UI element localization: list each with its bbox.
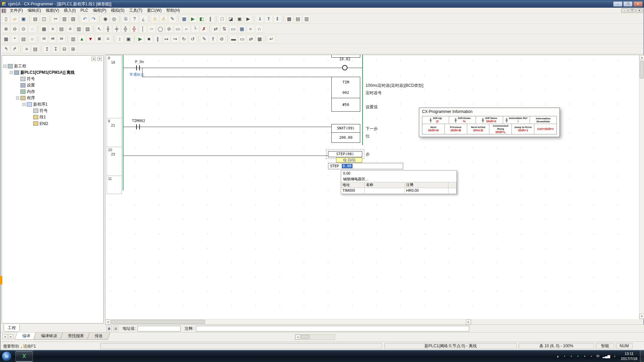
replace-button[interactable]: ◎ <box>110 15 118 23</box>
zoom-100-button[interactable]: ◌ <box>28 25 36 33</box>
tree-item-4[interactable]: 内存 <box>2 88 103 95</box>
project-tab[interactable]: 工程 <box>4 324 20 331</box>
rung-10-margin[interactable]: 10 23 <box>107 147 122 176</box>
tree-expander-icon[interactable]: − <box>3 65 6 68</box>
run-mode-button[interactable]: ▶ <box>244 15 252 23</box>
cross-reference-popup-button[interactable]: ⇄ <box>247 35 255 43</box>
output-coil-icon[interactable] <box>342 65 347 70</box>
pause-monitoring-button[interactable]: ∥ <box>206 15 214 23</box>
delete-line-button[interactable]: ✗ <box>200 25 208 33</box>
taskbar-excel[interactable]: X <box>15 351 33 361</box>
tray-ime-indicator[interactable]: 中 <box>596 355 600 358</box>
scroll-right-button[interactable]: ▸ <box>466 319 471 324</box>
view-plc-clock-button[interactable]: ○ <box>28 35 36 43</box>
column-header[interactable]: 名称 <box>365 182 405 188</box>
view-memory-button[interactable]: ▤ <box>19 35 28 43</box>
undo-button[interactable]: ↶ <box>81 15 89 23</box>
menu-item-3[interactable]: 插入(I) <box>61 8 78 13</box>
redo-button[interactable]: ↷ <box>90 15 98 23</box>
show-desktop-button[interactable] <box>640 350 644 362</box>
pause-with-trigger-button[interactable]: ▣ <box>124 35 132 43</box>
column-header[interactable]: 注释 <box>405 182 448 188</box>
tray-network[interactable]: ▂▄▆ <box>603 355 610 358</box>
view-mnemonics-button[interactable]: ▥ <box>75 25 83 33</box>
force-on-button[interactable]: ▲ <box>78 35 86 43</box>
pause-button[interactable]: ∥ <box>154 35 162 43</box>
debug-mode-button[interactable]: ◪ <box>227 15 235 23</box>
child-close-button[interactable]: ✕ <box>636 8 643 13</box>
child-restore-button[interactable]: ❐ <box>629 8 635 13</box>
transfer-to-plc-button[interactable]: ⇓ <box>256 15 264 23</box>
compile-all-check-button[interactable]: ⚠ <box>160 15 168 23</box>
work-online-simulator-button[interactable]: ▶ <box>189 15 197 23</box>
insert-rung-below-button[interactable]: ↧ <box>52 45 60 53</box>
continuous-step-button[interactable]: ↻ <box>180 35 188 43</box>
force-cancel-button[interactable]: ✖ <box>95 35 103 43</box>
tree-item-0[interactable]: −新工程 <box>2 63 103 69</box>
list-view-button[interactable]: ≡ <box>22 45 31 53</box>
comment-grid-button[interactable]: ▤ <box>113 326 118 331</box>
taskbar-clock[interactable]: 13:11 2017/7/18 <box>621 351 637 361</box>
show-rung-comments-button[interactable]: ≡ <box>49 25 57 33</box>
save-button[interactable]: ▣ <box>19 15 28 23</box>
print-preview-button[interactable]: ◫ <box>40 15 48 23</box>
output-tab-3[interactable]: 传送 <box>87 333 110 340</box>
new-coil-button[interactable]: ◯ <box>156 25 164 33</box>
help-button[interactable]: ? <box>130 15 139 23</box>
compare-with-plc-button[interactable]: ⇕ <box>273 15 281 23</box>
paste-button[interactable]: ▧ <box>69 15 77 23</box>
tray-tray-app-4[interactable]: ▪ <box>583 355 587 358</box>
new-contact-button[interactable]: ╫ <box>104 25 112 33</box>
show-symbol-bar-button[interactable]: ▤ <box>57 25 65 33</box>
io-table-button[interactable]: ▦ <box>238 25 246 33</box>
line-connect-button[interactable]: └ <box>191 25 199 33</box>
data-trace-button[interactable]: ≈ <box>247 25 255 33</box>
zoom-to-fit-button[interactable]: ⊙ <box>19 25 28 33</box>
menu-item-2[interactable]: 视图(V) <box>43 8 61 13</box>
tree-item-2[interactable]: 符号 <box>2 76 103 82</box>
insert-rung-above-button[interactable]: ↥ <box>43 45 51 53</box>
open-button[interactable]: ▱ <box>11 15 19 23</box>
horizontal-scrollbar[interactable]: ◂ ▸ <box>105 319 471 324</box>
panel-pin-button[interactable]: ◂ <box>91 57 96 61</box>
tree-expander-icon[interactable]: − <box>22 103 25 106</box>
select-mode-button[interactable]: ↖ <box>95 25 103 33</box>
tree-expander-icon[interactable]: − <box>16 97 19 100</box>
popup-table-row[interactable]: TIM000 HR0.00 <box>341 188 457 193</box>
window-tile-vertically-button[interactable]: ▥ <box>303 15 311 23</box>
ladder-editor[interactable]: 8 18 9 21 10 23 11 P_On 常通标志 10.02 <box>105 55 639 319</box>
tree-expander-icon[interactable]: − <box>10 71 13 74</box>
show-io-comment-button[interactable]: ▧ <box>84 25 92 33</box>
operand-edit-box[interactable]: STEP 0.00 <box>328 163 403 169</box>
tray-tray-app-1[interactable]: ▪ <box>562 355 567 358</box>
view-section-list-button[interactable]: ≡ <box>66 25 74 33</box>
play-button[interactable]: ▶ <box>136 35 144 43</box>
tree-item-7[interactable]: 符号 <box>2 108 103 114</box>
detail-view-button[interactable]: ▤ <box>31 45 39 53</box>
monitor-data-button[interactable]: ▥ <box>69 35 77 43</box>
scroll-thumb[interactable] <box>301 335 310 339</box>
step-over-button[interactable]: ↪ <box>171 35 179 43</box>
tree-item-1[interactable]: −新PLC1[CPM1(CPM1A)] 离线 <box>2 69 103 76</box>
about-info-button[interactable]: ① <box>122 15 130 23</box>
work-online-button[interactable]: ▦ <box>180 15 188 23</box>
toggle-monitoring-button[interactable]: ◧ <box>198 15 206 23</box>
step-button[interactable]: ↦ <box>162 35 170 43</box>
browser-button[interactable]: ▦ <box>256 35 264 43</box>
vertical-scrollbar[interactable]: ▴ ▾ <box>639 55 644 319</box>
taskbar-windows-explorer[interactable]: ▱ <box>15 341 33 351</box>
new-instruction-button[interactable]: ▭ <box>174 25 182 33</box>
display-signed-decimal-button[interactable]: 48 <box>49 35 57 43</box>
tray-volume[interactable]: ♪ <box>612 355 617 358</box>
set-value-button[interactable]: = <box>104 35 112 43</box>
address-value-field[interactable] <box>138 326 180 331</box>
contact-icon[interactable] <box>136 65 137 70</box>
cut-button[interactable]: ✂ <box>52 15 60 23</box>
transfer-from-plc-button[interactable]: ⇑ <box>265 15 273 23</box>
select-rung-button[interactable]: ⊞ <box>69 45 77 53</box>
view-io-table-button[interactable]: ▦ <box>2 35 10 43</box>
panel-close-button[interactable]: ✕ <box>97 57 102 61</box>
compile-program-check-button[interactable]: ⚠ <box>151 15 159 23</box>
zoom-out-button[interactable]: ⊖ <box>11 25 19 33</box>
online-edit-begin-button[interactable]: ✎ <box>200 35 208 43</box>
